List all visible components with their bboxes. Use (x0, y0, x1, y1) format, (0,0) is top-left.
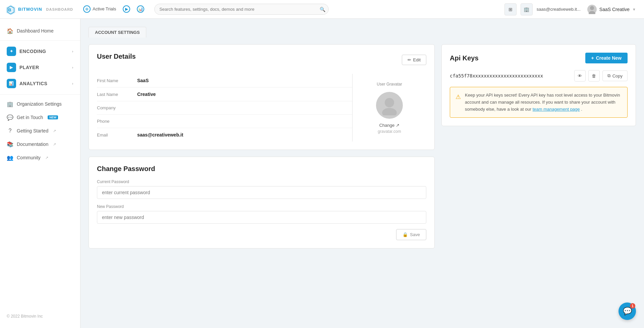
account-settings-tab[interactable]: ACCOUNT SETTINGS (89, 27, 146, 38)
current-password-input[interactable] (97, 186, 426, 199)
chat-icon: 💬 (623, 307, 632, 316)
user-details-card: User Details ✏ Edit First Name SaaS (89, 44, 435, 150)
sidebar-item-community[interactable]: 👥 Community ↗ (0, 151, 80, 164)
plus-icon: + (591, 55, 594, 61)
field-last-name: Last Name Creative (97, 88, 352, 101)
dashboard-label: DASHBOARD (46, 7, 73, 11)
svg-point-5 (385, 98, 394, 107)
page-header: ACCOUNT SETTINGS (89, 27, 636, 38)
getting-started-icon: ? (7, 127, 13, 134)
community-external-icon: ↗ (45, 156, 48, 160)
show-key-button[interactable]: 👁 (574, 70, 586, 81)
analytics-nav-icon: 📊 (137, 5, 144, 13)
save-button[interactable]: 🔒 Save (396, 229, 426, 240)
sidebar-item-get-in-touch[interactable]: 💬 Get in Touch NEW (0, 111, 80, 124)
user-avatar (587, 5, 597, 14)
api-card-header: Api Keys + Create New (450, 53, 628, 63)
right-column: Api Keys + Create New cfa55f78xxxxxxxxxx… (441, 44, 636, 126)
player-chevron-icon: › (72, 65, 73, 69)
chevron-down-icon: ▼ (632, 7, 636, 11)
user-gravatar: User Gravatar Change ↗ (353, 74, 426, 142)
community-icon: 👥 (7, 154, 13, 161)
logo[interactable]: B BITMOVIN (5, 4, 42, 15)
chat-fab-button[interactable]: 💬 1 (619, 303, 636, 320)
grid-icon-button[interactable]: ⊞ (504, 3, 517, 15)
change-gravatar-link[interactable]: Change ↗ (379, 123, 400, 128)
nav-tab-analytics[interactable]: 📊 (133, 0, 148, 19)
sidebar-divider-2 (0, 94, 80, 95)
delete-key-button[interactable]: 🗑 (588, 70, 600, 81)
account-email: saas@creativeweb.it... (537, 7, 581, 12)
field-email: Email saas@creativeweb.it (97, 128, 352, 142)
trash-icon: 🗑 (592, 73, 596, 78)
svg-point-6 (382, 108, 397, 115)
getting-started-external-icon: ↗ (53, 129, 56, 133)
play-icon: ▶ (123, 5, 130, 13)
field-company: Company (97, 101, 352, 115)
api-keys-title: Api Keys (450, 54, 479, 62)
sidebar-item-documentation[interactable]: 📚 Documentation ↗ (0, 138, 80, 151)
sidebar: 🏠 Dashboard Home ✦ ENCODING › ▶ PLAYER ›… (0, 19, 80, 328)
main-content: ACCOUNT SETTINGS User Details ✏ Edit (80, 19, 644, 328)
documentation-icon: 📚 (7, 141, 13, 148)
api-warning-alert: ⚠ Keep your API keys secret! Every API k… (450, 87, 628, 118)
copy-icon: ⧉ (607, 73, 610, 78)
svg-point-4 (589, 11, 595, 14)
chat-badge: 1 (630, 303, 635, 309)
change-password-title: Change Password (97, 165, 426, 173)
new-password-field: New Password (97, 204, 426, 224)
api-key-row: cfa55f78xxxxxxxxxxxxxxxxxxxxxxxxx 👁 🗑 ⧉ … (450, 70, 628, 81)
user-details-title: User Details (97, 53, 136, 60)
api-keys-card: Api Keys + Create New cfa55f78xxxxxxxxxx… (441, 44, 636, 126)
nav-tab-active-trials[interactable]: ⊕ Active Trials (80, 0, 119, 19)
user-fields: First Name SaaS Last Name Creative Compa… (97, 74, 352, 142)
sidebar-item-org-settings[interactable]: 🏢 Organization Settings (0, 97, 80, 111)
save-lock-icon: 🔒 (402, 232, 408, 237)
warning-icon: ⚠ (455, 92, 461, 113)
sidebar-section-encoding[interactable]: ✦ ENCODING › (0, 43, 80, 59)
logo-text: BITMOVIN (18, 7, 42, 12)
field-first-name: First Name SaaS (97, 74, 352, 88)
copy-button[interactable]: ⧉ Copy (602, 70, 628, 81)
edit-button[interactable]: ✏ Edit (402, 55, 426, 65)
sidebar-footer: © 2022 Bitmovin Inc (0, 310, 80, 323)
org-settings-icon: 🏢 (7, 101, 13, 107)
search-bar: 🔍 (154, 4, 329, 15)
analytics-icon: 📊 (7, 79, 16, 88)
layout: 🏠 Dashboard Home ✦ ENCODING › ▶ PLAYER ›… (0, 19, 644, 328)
player-icon: ▶ (7, 63, 16, 72)
sidebar-item-getting-started[interactable]: ? Getting Started ↗ (0, 124, 80, 138)
nav-right: ⊞ 🏢 saas@creativeweb.it... SaaS Creative… (504, 3, 639, 15)
api-key-value: cfa55f78xxxxxxxxxxxxxxxxxxxxxxxxx (450, 73, 571, 78)
change-external-icon: ↗ (396, 123, 399, 128)
bitmovin-logo-icon: B (5, 4, 16, 15)
change-password-card: Change Password Current Password New Pas… (89, 157, 435, 249)
account-menu[interactable]: SaaS Creative ▼ (585, 3, 639, 15)
card-footer: 🔒 Save (97, 229, 426, 240)
api-key-actions: 👁 🗑 ⧉ Copy (574, 70, 628, 81)
nav-tab-play[interactable]: ▶ (119, 0, 133, 19)
content-grid: User Details ✏ Edit First Name SaaS (89, 44, 636, 249)
search-icon: 🔍 (320, 7, 325, 12)
account-name: SaaS Creative (599, 7, 630, 12)
edit-pencil-icon: ✏ (408, 57, 411, 62)
eye-icon: 👁 (578, 73, 582, 78)
get-in-touch-icon: 💬 (7, 114, 13, 121)
sidebar-section-player[interactable]: ▶ PLAYER › (0, 59, 80, 75)
analytics-chevron-icon: › (72, 81, 73, 86)
building-icon-button[interactable]: 🏢 (521, 3, 533, 15)
topnav: B BITMOVIN DASHBOARD ⊕ Active Trials ▶ 📊… (0, 0, 644, 19)
encoding-icon: ✦ (7, 47, 16, 56)
field-phone: Phone (97, 115, 352, 128)
search-input[interactable] (154, 4, 329, 15)
documentation-external-icon: ↗ (53, 142, 56, 147)
home-icon: 🏠 (7, 28, 13, 34)
user-details-grid: First Name SaaS Last Name Creative Compa… (97, 74, 426, 142)
active-trials-icon: ⊕ (83, 5, 91, 13)
team-management-link[interactable]: team management page (533, 107, 580, 112)
create-new-button[interactable]: + Create New (585, 53, 628, 63)
sidebar-item-dashboard-home[interactable]: 🏠 Dashboard Home (0, 24, 80, 38)
new-password-input[interactable] (97, 211, 426, 224)
left-column: User Details ✏ Edit First Name SaaS (89, 44, 435, 249)
sidebar-section-analytics[interactable]: 📊 ANALYTICS › (0, 75, 80, 92)
